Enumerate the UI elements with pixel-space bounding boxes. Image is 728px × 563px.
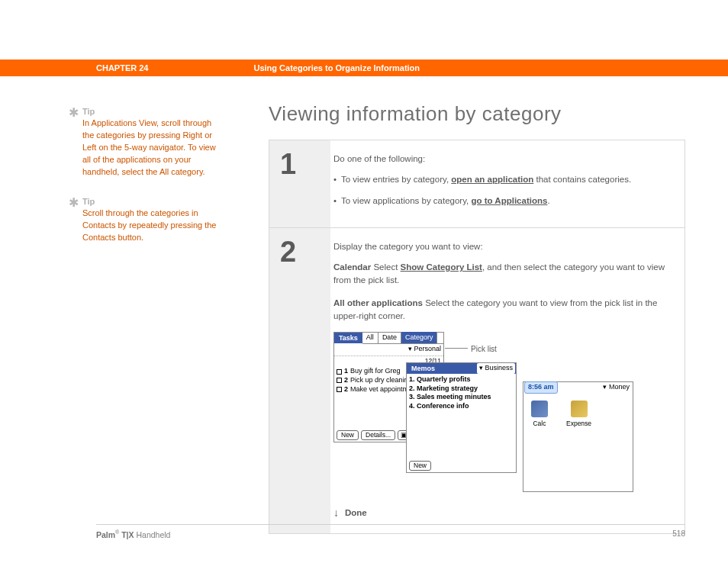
task-priority: 2: [344, 376, 348, 385]
sidebar-tips: ✱ Tip In Applications View, scroll throu…: [82, 107, 220, 262]
page-footer: Palm® T|X Handheld 518: [96, 524, 685, 539]
palm-applications-window: 8:56 am ▾ Money Calc Expense: [523, 381, 633, 492]
callout-line: [445, 348, 468, 349]
task-text: Buy gift for Greg: [350, 367, 401, 376]
down-arrow-icon: ↓: [333, 505, 339, 521]
chapter-header-bar: CHAPTER 24 Using Categories to Organize …: [0, 60, 728, 76]
palm-tabs: All Date Category: [362, 332, 443, 345]
tip-text: Scroll through the categories in Contact…: [82, 208, 220, 244]
footer-brand: Palm® T|X Handheld: [96, 529, 170, 539]
calculator-icon: [531, 401, 548, 417]
palm-time-badge: 8:56 am: [524, 381, 558, 394]
palm-button-new[interactable]: New: [409, 461, 431, 471]
memo-item[interactable]: 3. Sales meeting minutes: [409, 393, 514, 402]
bullet-post: .: [547, 196, 549, 205]
memo-item[interactable]: 2. Marketing strategy: [409, 384, 514, 394]
brand-tail: Handheld: [134, 530, 171, 539]
step-row: 2 Display the category you want to view:…: [269, 228, 685, 533]
bullet-icon: •: [333, 195, 337, 208]
palm-tab[interactable]: Date: [378, 332, 401, 344]
brand-name: Palm: [96, 530, 115, 539]
inline-link[interactable]: open an application: [451, 175, 533, 184]
bullet-post: that contains categories.: [533, 175, 631, 184]
app-icon-label: Calc: [531, 419, 548, 429]
palm-app-icon-expense[interactable]: Expense: [566, 401, 591, 429]
task-priority: 1: [344, 367, 348, 376]
tip-label: Tip: [82, 107, 220, 116]
palm-app-title: Tasks: [334, 333, 362, 343]
done-indicator: ↓ Done: [333, 505, 672, 521]
tip-text: In Applications View, scroll through the…: [82, 117, 220, 179]
bullet-pre: To view entries by category,: [341, 175, 451, 184]
step-number: 2: [280, 237, 330, 266]
palm-titlebar: Tasks All Date Category: [334, 333, 443, 343]
main-content: Viewing information by category 1 Do one…: [269, 102, 685, 540]
task-priority: 2: [344, 385, 348, 394]
palm-category-picker[interactable]: ▾ Money: [600, 382, 633, 393]
term: All other applications: [333, 298, 423, 307]
brand-model: T|X: [119, 530, 134, 539]
page-number: 518: [672, 529, 685, 539]
palm-footer: New Details... ▣: [337, 430, 411, 440]
done-label: Done: [345, 507, 367, 520]
tip-label: Tip: [82, 197, 220, 206]
memo-item[interactable]: 1. Quarterly profits: [409, 375, 514, 384]
palm-button-details[interactable]: Details...: [361, 430, 395, 440]
step-number-column: 1: [269, 140, 330, 227]
paragraph: All other applications Select the catego…: [333, 297, 672, 323]
palm-app-grid: Calc Expense: [523, 393, 633, 436]
checkbox-icon[interactable]: [337, 387, 342, 392]
tip-block: ✱ Tip In Applications View, scroll throu…: [82, 107, 220, 179]
page-title: Viewing information by category: [269, 102, 685, 126]
step-body: Display the category you want to view: C…: [330, 228, 685, 533]
inline-link[interactable]: go to Applications: [472, 196, 548, 205]
screenshot-figure: Tasks All Date Category ▾ Personal 12/11: [333, 332, 672, 496]
chapter-title: Using Categories to Organize Information: [253, 63, 420, 72]
bullet-icon: •: [333, 173, 337, 186]
term: Calendar: [333, 262, 371, 272]
steps-container: 1 Do one of the following: • To view ent…: [269, 140, 685, 534]
palm-tab[interactable]: Category: [401, 332, 438, 344]
palm-app-icon-calc[interactable]: Calc: [531, 401, 548, 429]
palm-tab[interactable]: All: [362, 332, 378, 344]
palm-memos-window: Memos ▾ Business 1. Quarterly profits 2.…: [406, 362, 517, 473]
app-icon-label: Expense: [566, 419, 591, 429]
step-number: 1: [280, 150, 330, 179]
palm-category-picker[interactable]: ▾ Personal: [408, 345, 441, 352]
checkbox-icon[interactable]: [337, 369, 342, 375]
step-lead: Do one of the following:: [333, 153, 672, 166]
expense-icon: [571, 401, 588, 417]
step-number-column: 2: [269, 228, 330, 533]
bullet-item: • To view entries by category, open an a…: [333, 173, 672, 186]
checkbox-icon[interactable]: [337, 378, 342, 383]
asterisk-icon: ✱: [69, 105, 79, 120]
memo-item[interactable]: 4. Conference info: [409, 402, 514, 411]
paragraph: Calendar Select Show Category List, and …: [333, 261, 672, 288]
task-text: Pick up dry cleaning: [350, 376, 412, 385]
bullet-pre: To view applications by category,: [341, 196, 471, 205]
step-lead: Display the category you want to view:: [333, 240, 672, 253]
chapter-label: CHAPTER 24: [96, 63, 148, 72]
palm-button-new[interactable]: New: [337, 430, 359, 440]
palm-titlebar: Memos ▾ Business: [407, 363, 516, 374]
step-row: 1 Do one of the following: • To view ent…: [269, 140, 685, 228]
para-pre: Select: [371, 262, 400, 272]
step-body: Do one of the following: • To view entri…: [330, 140, 685, 227]
palm-app-title: Memos: [407, 363, 440, 374]
callout-label: Pick list: [471, 343, 497, 355]
palm-footer: New: [409, 461, 431, 471]
inline-link[interactable]: Show Category List: [401, 262, 482, 272]
tip-block: ✱ Tip Scroll through the categories in C…: [82, 197, 220, 244]
bullet-item: • To view applications by category, go t…: [333, 195, 672, 208]
palm-category-picker[interactable]: ▾ Business: [477, 363, 515, 374]
palm-titlebar: 8:56 am ▾ Money: [523, 382, 633, 393]
asterisk-icon: ✱: [69, 195, 79, 210]
palm-body: 1. Quarterly profits 2. Marketing strate…: [407, 374, 516, 413]
